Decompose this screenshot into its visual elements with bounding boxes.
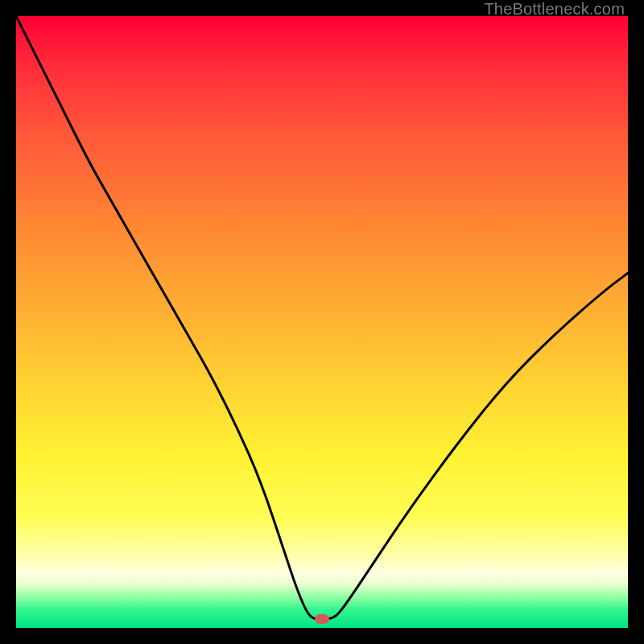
chart-frame: TheBottleneck.com xyxy=(0,0,644,644)
optimal-point-marker xyxy=(315,614,329,624)
bottleneck-curve xyxy=(16,16,628,619)
plot-area xyxy=(16,16,628,628)
curve-svg xyxy=(16,16,628,628)
